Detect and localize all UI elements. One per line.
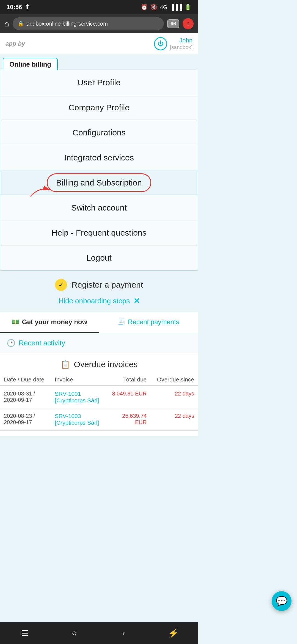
status-bar: 10:56 ⬆ ⏰ 🔇 4G ▐▐▐ 🔋	[0, 0, 198, 14]
app-logo: app by	[6, 40, 25, 47]
status-bar-right: ⏰ 🔇 4G ▐▐▐ 🔋	[141, 4, 191, 10]
row2-invoice[interactable]: SRV-1003[Crypticorps Sàrl]	[51, 408, 106, 431]
signal-icon: ▐▐▐	[170, 4, 182, 10]
col-total: Total due	[106, 373, 150, 386]
row1-overdue: 22 days	[150, 386, 198, 408]
4g-icon: 4G	[160, 4, 167, 10]
overdue-title: Overdue invoices	[74, 360, 138, 369]
main-content: ✓ Register a payment Hide onboarding ste…	[0, 271, 198, 436]
register-payment-label: Register a payment	[72, 280, 143, 290]
money-icon: 💵	[12, 318, 19, 326]
tab-get-money-label: Get your money now	[22, 318, 87, 326]
billing-tab-area: Online billing	[0, 55, 198, 70]
menu-item-billing-subscription[interactable]: Billing and Subscription	[0, 170, 198, 195]
menu-item-configurations[interactable]: Configurations	[0, 120, 198, 145]
lock-icon: 🔒	[18, 21, 24, 27]
power-button[interactable]: ⏻	[154, 37, 167, 50]
menu-item-integrated-services[interactable]: Integrated services	[0, 145, 198, 170]
tab-get-money[interactable]: 💵 Get your money now	[0, 312, 99, 333]
home-icon[interactable]: ⌂	[4, 19, 9, 28]
menu-item-help[interactable]: Help - Frequent questions	[0, 220, 198, 245]
alarm-icon: ⏰	[141, 4, 148, 10]
battery-icon: 🔋	[185, 4, 191, 10]
clock-icon: 🕐	[7, 339, 15, 347]
dropdown-menu: User Profile Company Profile Configurati…	[0, 70, 198, 271]
menu-item-user-profile[interactable]: User Profile	[0, 70, 198, 95]
arrow-indicator	[28, 181, 55, 198]
row1-invoice[interactable]: SRV-1001[Crypticorps Sàrl]	[51, 386, 106, 408]
payments-icon: 🧾	[118, 318, 125, 326]
status-bar-left: 10:56 ⬆	[7, 4, 30, 11]
upload-icon[interactable]: ↑	[183, 18, 194, 29]
close-onboarding-icon[interactable]: ✕	[133, 296, 140, 305]
row2-overdue: 22 days	[150, 408, 198, 431]
logo-text: app by	[6, 40, 25, 47]
menu-item-logout[interactable]: Logout	[0, 245, 198, 270]
menu-item-company-profile[interactable]: Company Profile	[0, 95, 198, 120]
register-payment-row[interactable]: ✓ Register a payment	[0, 271, 198, 294]
row2-date: 2020-08-23 /2020-09-17	[0, 408, 51, 431]
time-display: 10:56	[7, 4, 22, 11]
col-overdue: Overdue since	[150, 373, 198, 386]
mute-icon: 🔇	[150, 4, 157, 10]
row1-total: 8,049.81 EUR	[106, 386, 150, 408]
hide-onboarding-row[interactable]: Hide onboarding steps ✕	[0, 294, 198, 312]
check-icon: ✓	[55, 279, 67, 291]
online-billing-tab[interactable]: Online billing	[3, 58, 58, 70]
app-header: app by ⏻ John [sandbox]	[0, 33, 198, 55]
tab-recent-payments-label: Recent payments	[128, 318, 179, 326]
menu-item-switch-account[interactable]: Switch account	[0, 195, 198, 220]
col-date: Date / Due date	[0, 373, 51, 386]
url-bar[interactable]: 🔒 andbox.online-billing-service.com	[13, 17, 164, 30]
overdue-header: 📋 Overdue invoices	[0, 353, 198, 373]
recent-activity-label: Recent activity	[19, 339, 65, 347]
tab-count[interactable]: 66	[167, 19, 179, 28]
overdue-section: 📋 Overdue invoices Date / Due date Invoi…	[0, 353, 198, 436]
url-text: andbox.online-billing-service.com	[26, 21, 108, 27]
person-icon: ⬆	[25, 4, 30, 11]
user-name-display[interactable]: John [sandbox]	[170, 37, 193, 50]
col-invoice: Invoice	[51, 373, 106, 386]
user-area[interactable]: ⏻ John [sandbox]	[154, 37, 193, 50]
tab-recent-payments[interactable]: 🧾 Recent payments	[99, 312, 198, 333]
address-bar: ⌂ 🔒 andbox.online-billing-service.com 66…	[0, 14, 198, 33]
table-row: 2020-08-23 /2020-09-17 SRV-1003[Cryptico…	[0, 408, 198, 431]
row1-date: 2020-08-31 /2020-09-17	[0, 386, 51, 408]
invoice-table: Date / Due date Invoice Total due Overdu…	[0, 373, 198, 431]
invoice-icon: 📋	[61, 360, 70, 369]
hide-onboarding-label: Hide onboarding steps	[58, 297, 130, 305]
row2-total: 25,639.74EUR	[106, 408, 150, 431]
table-row: 2020-08-31 /2020-09-17 SRV-1001[Cryptico…	[0, 386, 198, 408]
tabs-row: 💵 Get your money now 🧾 Recent payments	[0, 312, 198, 333]
recent-activity-row[interactable]: 🕐 Recent activity	[0, 333, 198, 353]
